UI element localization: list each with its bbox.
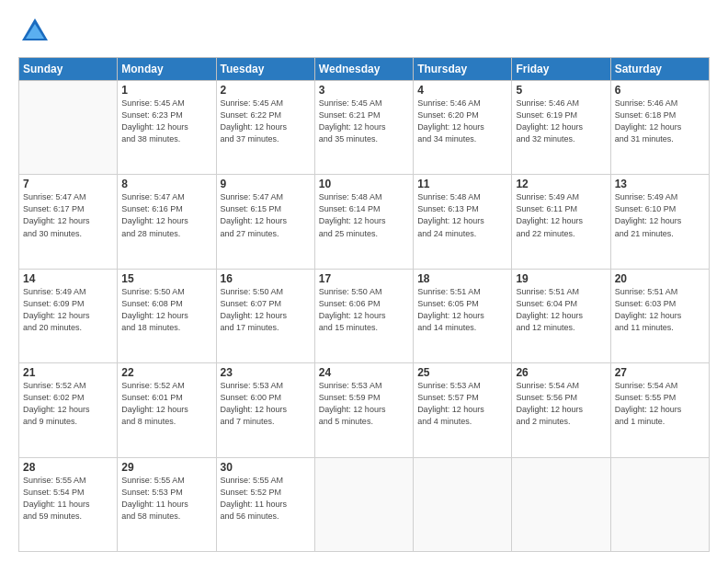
day-number: 15 — [121, 272, 211, 285]
calendar-cell: 22Sunrise: 5:52 AM Sunset: 6:01 PM Dayli… — [118, 363, 216, 457]
calendar-cell: 27Sunrise: 5:54 AM Sunset: 5:55 PM Dayli… — [610, 363, 709, 457]
weekday-header: Sunday — [19, 58, 118, 81]
day-info: Sunrise: 5:49 AM Sunset: 6:09 PM Dayligh… — [23, 286, 113, 334]
day-info: Sunrise: 5:48 AM Sunset: 6:13 PM Dayligh… — [417, 191, 507, 239]
calendar-cell: 11Sunrise: 5:48 AM Sunset: 6:13 PM Dayli… — [414, 175, 512, 269]
day-info: Sunrise: 5:50 AM Sunset: 6:06 PM Dayligh… — [319, 286, 409, 334]
calendar-cell — [314, 457, 413, 551]
day-number: 29 — [121, 461, 211, 474]
calendar-cell: 2Sunrise: 5:45 AM Sunset: 6:22 PM Daylig… — [216, 81, 314, 175]
day-number: 8 — [121, 178, 211, 190]
day-info: Sunrise: 5:53 AM Sunset: 5:59 PM Dayligh… — [319, 380, 409, 428]
header — [18, 15, 710, 48]
day-number: 18 — [417, 272, 507, 285]
day-info: Sunrise: 5:54 AM Sunset: 5:55 PM Dayligh… — [615, 380, 705, 428]
logo-icon — [18, 15, 51, 48]
calendar-cell: 25Sunrise: 5:53 AM Sunset: 5:57 PM Dayli… — [414, 363, 512, 457]
day-number: 30 — [221, 461, 311, 474]
day-info: Sunrise: 5:50 AM Sunset: 6:07 PM Dayligh… — [221, 286, 311, 334]
day-info: Sunrise: 5:47 AM Sunset: 6:16 PM Dayligh… — [121, 191, 211, 239]
day-number: 13 — [615, 178, 705, 190]
day-info: Sunrise: 5:45 AM Sunset: 6:23 PM Dayligh… — [121, 98, 211, 145]
day-number: 24 — [319, 366, 409, 379]
day-info: Sunrise: 5:47 AM Sunset: 6:17 PM Dayligh… — [23, 191, 113, 239]
calendar-cell: 18Sunrise: 5:51 AM Sunset: 6:05 PM Dayli… — [414, 269, 512, 362]
day-number: 4 — [417, 84, 507, 97]
day-number: 19 — [516, 272, 606, 285]
calendar: SundayMondayTuesdayWednesdayThursdayFrid… — [18, 57, 710, 552]
calendar-cell — [19, 81, 118, 175]
calendar-cell: 14Sunrise: 5:49 AM Sunset: 6:09 PM Dayli… — [19, 269, 118, 362]
day-number: 16 — [221, 272, 311, 285]
weekday-header: Monday — [118, 58, 216, 81]
day-number: 9 — [221, 178, 311, 190]
calendar-cell: 26Sunrise: 5:54 AM Sunset: 5:56 PM Dayli… — [512, 363, 610, 457]
calendar-cell: 13Sunrise: 5:49 AM Sunset: 6:10 PM Dayli… — [610, 175, 709, 269]
calendar-cell: 6Sunrise: 5:46 AM Sunset: 6:18 PM Daylig… — [610, 81, 709, 175]
calendar-cell: 28Sunrise: 5:55 AM Sunset: 5:54 PM Dayli… — [19, 457, 118, 551]
day-info: Sunrise: 5:45 AM Sunset: 6:22 PM Dayligh… — [221, 98, 311, 145]
calendar-cell: 21Sunrise: 5:52 AM Sunset: 6:02 PM Dayli… — [19, 363, 118, 457]
day-info: Sunrise: 5:52 AM Sunset: 6:02 PM Dayligh… — [23, 380, 113, 428]
day-info: Sunrise: 5:53 AM Sunset: 5:57 PM Dayligh… — [417, 380, 507, 428]
day-info: Sunrise: 5:48 AM Sunset: 6:14 PM Dayligh… — [319, 191, 409, 239]
calendar-week-row: 7Sunrise: 5:47 AM Sunset: 6:17 PM Daylig… — [19, 175, 710, 269]
day-info: Sunrise: 5:49 AM Sunset: 6:10 PM Dayligh… — [615, 191, 705, 239]
calendar-week-row: 21Sunrise: 5:52 AM Sunset: 6:02 PM Dayli… — [19, 363, 710, 457]
calendar-cell: 16Sunrise: 5:50 AM Sunset: 6:07 PM Dayli… — [216, 269, 314, 362]
day-info: Sunrise: 5:53 AM Sunset: 6:00 PM Dayligh… — [221, 380, 311, 428]
day-number: 12 — [516, 178, 606, 190]
calendar-cell — [414, 457, 512, 551]
calendar-cell — [512, 457, 610, 551]
day-info: Sunrise: 5:50 AM Sunset: 6:08 PM Dayligh… — [121, 286, 211, 334]
calendar-cell — [610, 457, 709, 551]
calendar-cell: 24Sunrise: 5:53 AM Sunset: 5:59 PM Dayli… — [314, 363, 413, 457]
calendar-cell: 15Sunrise: 5:50 AM Sunset: 6:08 PM Dayli… — [118, 269, 216, 362]
day-number: 23 — [221, 366, 311, 379]
day-number: 1 — [121, 84, 211, 97]
calendar-header: SundayMondayTuesdayWednesdayThursdayFrid… — [19, 58, 710, 81]
day-info: Sunrise: 5:51 AM Sunset: 6:03 PM Dayligh… — [615, 286, 705, 334]
weekday-header: Tuesday — [216, 58, 314, 81]
day-info: Sunrise: 5:54 AM Sunset: 5:56 PM Dayligh… — [516, 380, 606, 428]
day-number: 20 — [615, 272, 705, 285]
calendar-cell: 4Sunrise: 5:46 AM Sunset: 6:20 PM Daylig… — [414, 81, 512, 175]
day-info: Sunrise: 5:46 AM Sunset: 6:18 PM Dayligh… — [615, 98, 705, 145]
logo — [18, 15, 55, 48]
day-number: 27 — [615, 366, 705, 379]
calendar-cell: 17Sunrise: 5:50 AM Sunset: 6:06 PM Dayli… — [314, 269, 413, 362]
calendar-week-row: 14Sunrise: 5:49 AM Sunset: 6:09 PM Dayli… — [19, 269, 710, 362]
day-number: 6 — [615, 84, 705, 97]
calendar-cell: 30Sunrise: 5:55 AM Sunset: 5:52 PM Dayli… — [216, 457, 314, 551]
calendar-cell: 1Sunrise: 5:45 AM Sunset: 6:23 PM Daylig… — [118, 81, 216, 175]
day-info: Sunrise: 5:45 AM Sunset: 6:21 PM Dayligh… — [319, 98, 409, 145]
day-number: 26 — [516, 366, 606, 379]
weekday-header: Thursday — [414, 58, 512, 81]
day-info: Sunrise: 5:55 AM Sunset: 5:53 PM Dayligh… — [121, 475, 211, 523]
day-number: 17 — [319, 272, 409, 285]
day-number: 14 — [23, 272, 113, 285]
calendar-cell: 5Sunrise: 5:46 AM Sunset: 6:19 PM Daylig… — [512, 81, 610, 175]
weekday-header: Wednesday — [314, 58, 413, 81]
calendar-cell: 3Sunrise: 5:45 AM Sunset: 6:21 PM Daylig… — [314, 81, 413, 175]
weekday-header: Saturday — [610, 58, 709, 81]
calendar-cell: 29Sunrise: 5:55 AM Sunset: 5:53 PM Dayli… — [118, 457, 216, 551]
day-number: 5 — [516, 84, 606, 97]
day-info: Sunrise: 5:55 AM Sunset: 5:54 PM Dayligh… — [23, 475, 113, 523]
weekday-header: Friday — [512, 58, 610, 81]
weekday-row: SundayMondayTuesdayWednesdayThursdayFrid… — [19, 58, 710, 81]
calendar-week-row: 28Sunrise: 5:55 AM Sunset: 5:54 PM Dayli… — [19, 457, 710, 551]
day-number: 22 — [121, 366, 211, 379]
calendar-cell: 9Sunrise: 5:47 AM Sunset: 6:15 PM Daylig… — [216, 175, 314, 269]
page: SundayMondayTuesdayWednesdayThursdayFrid… — [0, 0, 728, 563]
calendar-week-row: 1Sunrise: 5:45 AM Sunset: 6:23 PM Daylig… — [19, 81, 710, 175]
day-info: Sunrise: 5:46 AM Sunset: 6:20 PM Dayligh… — [417, 98, 507, 145]
day-info: Sunrise: 5:51 AM Sunset: 6:04 PM Dayligh… — [516, 286, 606, 334]
calendar-body: 1Sunrise: 5:45 AM Sunset: 6:23 PM Daylig… — [19, 81, 710, 552]
day-info: Sunrise: 5:52 AM Sunset: 6:01 PM Dayligh… — [121, 380, 211, 428]
calendar-cell: 7Sunrise: 5:47 AM Sunset: 6:17 PM Daylig… — [19, 175, 118, 269]
calendar-cell: 20Sunrise: 5:51 AM Sunset: 6:03 PM Dayli… — [610, 269, 709, 362]
day-number: 25 — [417, 366, 507, 379]
day-info: Sunrise: 5:46 AM Sunset: 6:19 PM Dayligh… — [516, 98, 606, 145]
day-number: 28 — [23, 461, 113, 474]
